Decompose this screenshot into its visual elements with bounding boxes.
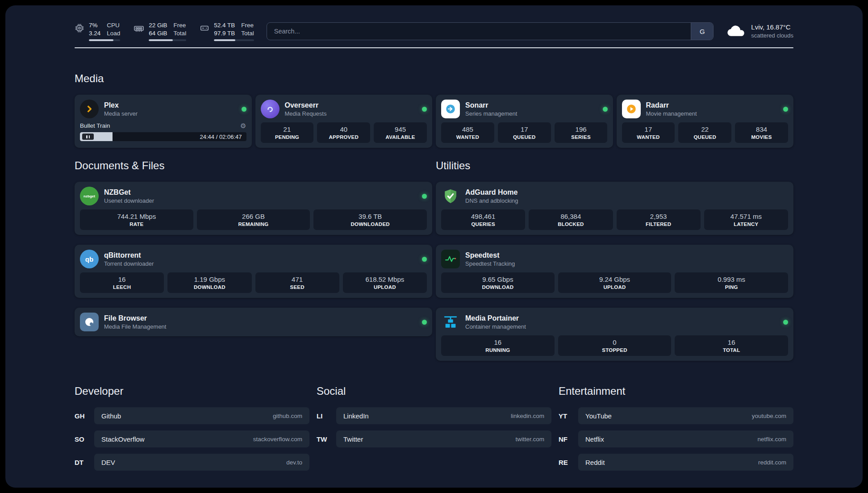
app-name: Overseerr (285, 101, 327, 109)
section-developer: Developer GH Github github.com SO StackO… (75, 385, 309, 471)
nzbget-icon-text: nzbget (83, 194, 95, 198)
stat-value: 0.993 ms (676, 276, 786, 283)
link-name: StackOverflow (101, 435, 145, 443)
search-input[interactable] (267, 23, 691, 40)
app-name: Plex (104, 101, 138, 109)
link-row-netflix: NF Netflix netflix.com (559, 430, 793, 447)
stat-label: QUERIES (443, 221, 523, 227)
stat-tile: 945 AVAILABLE (374, 122, 427, 143)
link-name: DEV (101, 459, 115, 466)
stat-tile: 39.6 TB DOWNLOADED (313, 209, 427, 230)
stat-label: WANTED (443, 134, 492, 140)
linkedin-icon: LI (317, 412, 336, 420)
stat-value: 834 (737, 125, 786, 133)
stat-label: RATE (82, 221, 192, 227)
reddit-link[interactable]: Reddit reddit.com (578, 454, 793, 471)
linkedin-link[interactable]: LinkedIn linkedin.com (336, 407, 551, 424)
memory-widget: 22 GiB 64 GiB Free Total (134, 21, 186, 41)
speedtest-card[interactable]: Speedtest Speedtest Tracking 9.65 Gbps D… (436, 245, 793, 298)
overseerr-card[interactable]: Overseerr Media Requests 21 PENDING 40 A… (255, 95, 433, 148)
app-name: Speedtest (465, 251, 515, 259)
stat-value: 47.571 ms (706, 213, 786, 220)
stat-label: PENDING (263, 134, 312, 140)
link-domain: dev.to (286, 459, 302, 466)
section-title-media: Media (75, 72, 793, 85)
memory-icon (134, 21, 144, 36)
link-name: Reddit (585, 459, 605, 466)
plex-card[interactable]: Plex Media server Bullet Train ⚙ 24:44 /… (75, 95, 252, 148)
app-subtitle: Usenet downloader (104, 197, 154, 204)
dev-link[interactable]: DEV dev.to (94, 454, 309, 471)
stat-value: 40 (319, 125, 368, 133)
stat-label: PING (676, 284, 786, 290)
portainer-icon (441, 313, 460, 331)
link-name: Netflix (585, 435, 604, 443)
twitter-icon: TW (317, 435, 336, 443)
stat-tile: 266 GB REMAINING (197, 209, 310, 230)
filebrowser-card[interactable]: File Browser Media File Management (75, 308, 432, 336)
app-subtitle: Movie management (646, 110, 697, 117)
stat-value: 9.65 Gbps (443, 276, 553, 283)
gear-icon[interactable]: ⚙ (240, 122, 246, 129)
link-domain: stackoverflow.com (253, 436, 302, 443)
sonarr-card[interactable]: Sonarr Series management 485 WANTED 17 Q… (436, 95, 613, 148)
sonarr-icon (441, 100, 460, 118)
status-dot-online (422, 194, 427, 199)
overseerr-icon (261, 100, 280, 118)
qbittorrent-card[interactable]: qb qBittorrent Torrent downloader 16 LEE… (75, 245, 432, 298)
stat-label: QUEUED (500, 134, 549, 140)
stat-value: 16 (82, 276, 162, 283)
youtube-link[interactable]: YouTube youtube.com (578, 407, 793, 424)
system-stats: 7% 3.24 CPU Load (75, 21, 254, 41)
stat-tile: 16 TOTAL (675, 335, 788, 356)
app-subtitle: Series management (465, 110, 517, 117)
app-subtitle: DNS and adblocking (465, 197, 518, 204)
stat-label: LEECH (82, 284, 162, 290)
netflix-link[interactable]: Netflix netflix.com (578, 430, 793, 447)
portainer-card[interactable]: Media Portainer Container management 16 … (436, 308, 793, 361)
stat-tile: 618.52 Mbps UPLOAD (343, 272, 427, 293)
plex-icon (80, 100, 99, 118)
stat-label: REMAINING (199, 221, 309, 227)
stat-label: BLOCKED (530, 221, 611, 227)
stat-label: APPROVED (319, 134, 368, 140)
now-playing-title: Bullet Train (80, 122, 110, 129)
github-link[interactable]: Github github.com (94, 407, 309, 424)
link-row-twitter: TW Twitter twitter.com (317, 430, 551, 447)
weather-condition: scattered clouds (751, 32, 793, 40)
twitter-link[interactable]: Twitter twitter.com (336, 430, 551, 447)
stat-label: DOWNLOAD (443, 284, 553, 290)
pause-button[interactable] (82, 134, 94, 140)
radarr-card[interactable]: Radarr Movie management 17 WANTED 22 QUE… (617, 95, 794, 148)
stat-value: 86,384 (530, 213, 611, 220)
reddit-icon: RE (559, 459, 578, 466)
stat-tile: 47.571 ms LATENCY (704, 209, 788, 230)
stat-tile: 0.993 ms PING (675, 272, 788, 293)
disk-label-top: Free (241, 21, 254, 29)
stat-tile: 834 MOVIES (735, 122, 788, 143)
netflix-icon: NF (559, 435, 578, 443)
stat-tile: 21 PENDING (261, 122, 314, 143)
nzbget-card[interactable]: nzbget NZBGet Usenet downloader 744.21 M… (75, 182, 432, 235)
disk-usage-bar (214, 39, 254, 41)
status-dot-online (422, 320, 427, 325)
app-name: Sonarr (465, 101, 517, 109)
search-engine-button[interactable]: G (691, 23, 713, 40)
stat-tile: 498,461 QUERIES (441, 209, 525, 230)
stackoverflow-link[interactable]: StackOverflow stackoverflow.com (94, 430, 309, 447)
stat-tile: 471 SEED (255, 272, 339, 293)
section-title-entertainment: Entertainment (559, 385, 793, 397)
link-domain: youtube.com (752, 413, 786, 419)
section-utilities: Utilities AdGuard Home DNS and adblockin… (436, 159, 793, 361)
link-domain: linkedin.com (511, 413, 544, 419)
app-name: Media Portainer (465, 314, 526, 322)
disk-free-value: 52.4 TB (214, 21, 235, 29)
section-media: Media Plex Media server Bullet Train ⚙ (75, 72, 793, 148)
adguard-card[interactable]: AdGuard Home DNS and adblocking 498,461 … (436, 182, 793, 235)
stat-label: FILTERED (618, 221, 699, 227)
stat-label: LATENCY (706, 221, 786, 227)
memory-label-top: Free (174, 21, 187, 29)
stat-label: STOPPED (560, 347, 670, 353)
github-icon: GH (75, 412, 94, 420)
link-name: LinkedIn (343, 412, 369, 420)
